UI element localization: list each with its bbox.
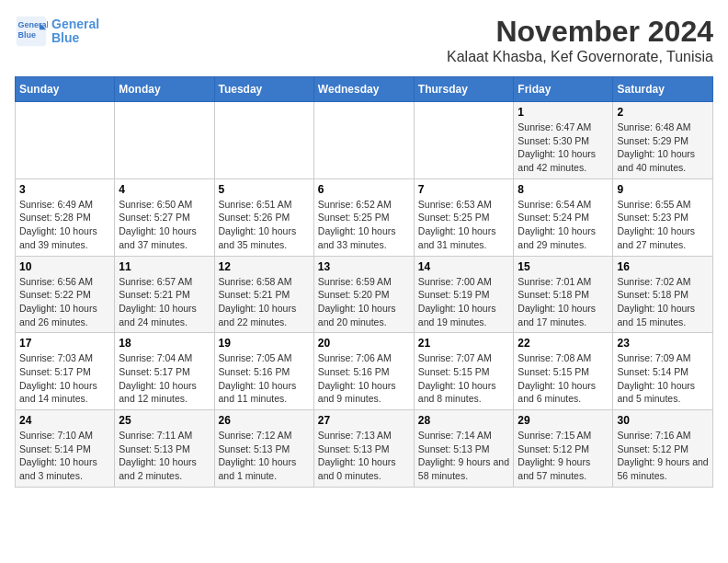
calendar-cell: 9Sunrise: 6:55 AM Sunset: 5:23 PM Daylig…	[613, 178, 713, 256]
calendar-cell: 7Sunrise: 6:53 AM Sunset: 5:25 PM Daylig…	[414, 178, 514, 256]
day-info: Sunrise: 7:10 AM Sunset: 5:14 PM Dayligh…	[19, 429, 110, 483]
calendar-cell: 20Sunrise: 7:06 AM Sunset: 5:16 PM Dayli…	[313, 333, 414, 410]
weekday-header-thursday: Thursday	[414, 77, 514, 102]
day-number: 9	[617, 183, 709, 196]
week-row-4: 17Sunrise: 7:03 AM Sunset: 5:17 PM Dayli…	[16, 333, 713, 410]
week-row-2: 3Sunrise: 6:49 AM Sunset: 5:28 PM Daylig…	[16, 178, 713, 256]
day-number: 27	[318, 414, 410, 427]
day-info: Sunrise: 7:03 AM Sunset: 5:17 PM Dayligh…	[19, 351, 110, 406]
day-number: 3	[19, 183, 110, 196]
day-info: Sunrise: 6:51 AM Sunset: 5:26 PM Dayligh…	[219, 198, 310, 252]
day-info: Sunrise: 6:47 AM Sunset: 5:30 PM Dayligh…	[518, 121, 609, 175]
calendar-cell: 25Sunrise: 7:11 AM Sunset: 5:13 PM Dayli…	[115, 410, 214, 488]
calendar-cell: 17Sunrise: 7:03 AM Sunset: 5:17 PM Dayli…	[16, 333, 115, 410]
month-title: November 2024	[447, 15, 713, 49]
day-number: 13	[318, 260, 410, 273]
calendar-cell: 22Sunrise: 7:08 AM Sunset: 5:15 PM Dayli…	[514, 333, 613, 410]
logo-icon: General Blue	[15, 15, 48, 48]
logo-text: General Blue	[51, 17, 99, 46]
day-info: Sunrise: 7:14 AM Sunset: 5:13 PM Dayligh…	[418, 429, 510, 483]
day-info: Sunrise: 7:04 AM Sunset: 5:17 PM Dayligh…	[119, 351, 210, 406]
day-number: 12	[219, 260, 310, 273]
day-info: Sunrise: 7:15 AM Sunset: 5:12 PM Dayligh…	[518, 429, 609, 483]
day-info: Sunrise: 6:54 AM Sunset: 5:24 PM Dayligh…	[518, 198, 609, 252]
day-number: 6	[318, 183, 410, 196]
calendar-cell: 27Sunrise: 7:13 AM Sunset: 5:13 PM Dayli…	[313, 410, 414, 488]
day-number: 16	[617, 260, 709, 273]
calendar-cell	[16, 102, 115, 179]
calendar-cell: 24Sunrise: 7:10 AM Sunset: 5:14 PM Dayli…	[16, 410, 115, 488]
day-number: 19	[219, 337, 310, 350]
weekday-header-tuesday: Tuesday	[214, 77, 313, 102]
day-info: Sunrise: 6:49 AM Sunset: 5:28 PM Dayligh…	[19, 198, 110, 252]
day-info: Sunrise: 7:16 AM Sunset: 5:12 PM Dayligh…	[617, 429, 709, 483]
day-info: Sunrise: 6:55 AM Sunset: 5:23 PM Dayligh…	[617, 198, 709, 252]
day-info: Sunrise: 6:59 AM Sunset: 5:20 PM Dayligh…	[318, 275, 410, 329]
calendar-cell: 5Sunrise: 6:51 AM Sunset: 5:26 PM Daylig…	[214, 178, 313, 256]
calendar-cell: 12Sunrise: 6:58 AM Sunset: 5:21 PM Dayli…	[214, 256, 313, 333]
day-number: 5	[219, 183, 310, 196]
day-number: 29	[518, 414, 609, 427]
day-info: Sunrise: 7:11 AM Sunset: 5:13 PM Dayligh…	[119, 429, 210, 483]
week-row-5: 24Sunrise: 7:10 AM Sunset: 5:14 PM Dayli…	[16, 410, 713, 488]
calendar-cell	[115, 102, 214, 179]
calendar-cell	[214, 102, 313, 179]
calendar-cell: 28Sunrise: 7:14 AM Sunset: 5:13 PM Dayli…	[414, 410, 514, 488]
day-number: 14	[418, 260, 510, 273]
calendar-cell: 18Sunrise: 7:04 AM Sunset: 5:17 PM Dayli…	[115, 333, 214, 410]
day-number: 20	[318, 337, 410, 350]
calendar-cell: 19Sunrise: 7:05 AM Sunset: 5:16 PM Dayli…	[214, 333, 313, 410]
day-info: Sunrise: 7:01 AM Sunset: 5:18 PM Dayligh…	[518, 275, 609, 329]
location-title: Kalaat Khasba, Kef Governorate, Tunisia	[447, 49, 713, 65]
day-number: 7	[418, 183, 510, 196]
day-info: Sunrise: 7:02 AM Sunset: 5:18 PM Dayligh…	[617, 275, 709, 329]
calendar-table: SundayMondayTuesdayWednesdayThursdayFrid…	[15, 76, 713, 488]
calendar-cell: 13Sunrise: 6:59 AM Sunset: 5:20 PM Dayli…	[313, 256, 414, 333]
day-info: Sunrise: 7:05 AM Sunset: 5:16 PM Dayligh…	[219, 351, 310, 406]
day-number: 15	[518, 260, 609, 273]
day-info: Sunrise: 6:53 AM Sunset: 5:25 PM Dayligh…	[418, 198, 510, 252]
day-number: 11	[119, 260, 210, 273]
day-number: 28	[418, 414, 510, 427]
day-info: Sunrise: 7:09 AM Sunset: 5:14 PM Dayligh…	[617, 351, 709, 406]
calendar-cell: 4Sunrise: 6:50 AM Sunset: 5:27 PM Daylig…	[115, 178, 214, 256]
day-number: 24	[19, 414, 110, 427]
calendar-cell: 29Sunrise: 7:15 AM Sunset: 5:12 PM Dayli…	[514, 410, 613, 488]
calendar-cell: 10Sunrise: 6:56 AM Sunset: 5:22 PM Dayli…	[16, 256, 115, 333]
weekday-header-row: SundayMondayTuesdayWednesdayThursdayFrid…	[16, 77, 713, 102]
weekday-header-monday: Monday	[115, 77, 214, 102]
day-info: Sunrise: 6:48 AM Sunset: 5:29 PM Dayligh…	[617, 121, 709, 175]
day-info: Sunrise: 7:12 AM Sunset: 5:13 PM Dayligh…	[219, 429, 310, 483]
day-info: Sunrise: 6:56 AM Sunset: 5:22 PM Dayligh…	[19, 275, 110, 329]
calendar-cell: 11Sunrise: 6:57 AM Sunset: 5:21 PM Dayli…	[115, 256, 214, 333]
day-number: 17	[19, 337, 110, 350]
day-number: 26	[219, 414, 310, 427]
day-info: Sunrise: 7:06 AM Sunset: 5:16 PM Dayligh…	[318, 351, 410, 406]
weekday-header-friday: Friday	[514, 77, 613, 102]
weekday-header-wednesday: Wednesday	[313, 77, 414, 102]
calendar-cell: 16Sunrise: 7:02 AM Sunset: 5:18 PM Dayli…	[613, 256, 713, 333]
day-info: Sunrise: 7:13 AM Sunset: 5:13 PM Dayligh…	[318, 429, 410, 483]
day-number: 18	[119, 337, 210, 350]
calendar-cell: 2Sunrise: 6:48 AM Sunset: 5:29 PM Daylig…	[613, 102, 713, 179]
weekday-header-sunday: Sunday	[16, 77, 115, 102]
calendar-cell: 1Sunrise: 6:47 AM Sunset: 5:30 PM Daylig…	[514, 102, 613, 179]
calendar-cell: 21Sunrise: 7:07 AM Sunset: 5:15 PM Dayli…	[414, 333, 514, 410]
day-info: Sunrise: 7:00 AM Sunset: 5:19 PM Dayligh…	[418, 275, 510, 329]
calendar-cell: 14Sunrise: 7:00 AM Sunset: 5:19 PM Dayli…	[414, 256, 514, 333]
header: General Blue General Blue November 2024 …	[15, 15, 713, 65]
week-row-1: 1Sunrise: 6:47 AM Sunset: 5:30 PM Daylig…	[16, 102, 713, 179]
day-number: 8	[518, 183, 609, 196]
day-info: Sunrise: 7:07 AM Sunset: 5:15 PM Dayligh…	[418, 351, 510, 406]
calendar-cell: 6Sunrise: 6:52 AM Sunset: 5:25 PM Daylig…	[313, 178, 414, 256]
day-info: Sunrise: 6:52 AM Sunset: 5:25 PM Dayligh…	[318, 198, 410, 252]
day-number: 22	[518, 337, 609, 350]
day-number: 4	[119, 183, 210, 196]
day-number: 30	[617, 414, 709, 427]
svg-text:Blue: Blue	[18, 30, 37, 40]
calendar-cell: 23Sunrise: 7:09 AM Sunset: 5:14 PM Dayli…	[613, 333, 713, 410]
calendar-cell: 30Sunrise: 7:16 AM Sunset: 5:12 PM Dayli…	[613, 410, 713, 488]
day-info: Sunrise: 6:57 AM Sunset: 5:21 PM Dayligh…	[119, 275, 210, 329]
calendar-cell	[313, 102, 414, 179]
day-number: 1	[518, 106, 609, 119]
